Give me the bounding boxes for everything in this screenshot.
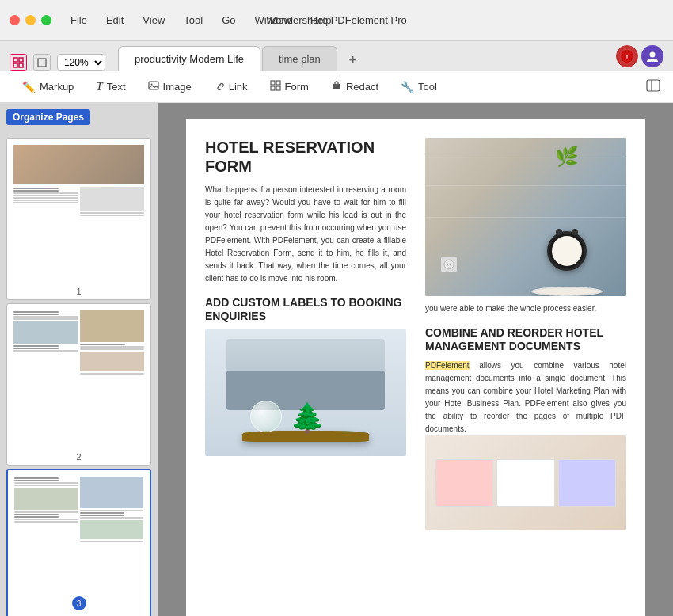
image-tool-button[interactable]: Image	[139, 75, 201, 99]
thumb-3-line10	[80, 510, 144, 511]
redact-tool-button[interactable]: Redact	[321, 75, 388, 99]
markup-label: Markup	[40, 81, 74, 93]
svg-rect-0	[13, 58, 17, 62]
single-page-view-button[interactable]	[33, 54, 51, 71]
pdf-content-area[interactable]: HOTEL RESERVATION FORM What happens if a…	[158, 103, 673, 616]
tab-productivity[interactable]: productivity Modern Life	[118, 46, 260, 71]
thumb-1-line6	[13, 200, 78, 201]
text-label: Text	[107, 81, 126, 93]
svg-text:!: !	[626, 53, 629, 61]
thumb-3-cols	[14, 477, 143, 543]
svg-point-18	[444, 260, 454, 269]
page-1-num: 1	[10, 287, 147, 296]
thumb-2-line1	[13, 311, 59, 313]
maximize-button[interactable]	[41, 15, 51, 25]
tab-timeplan-label: time plan	[279, 53, 321, 65]
menu-file[interactable]: File	[67, 13, 90, 28]
svg-rect-11	[271, 81, 275, 85]
organize-pages-label: Organize Pages	[6, 109, 90, 125]
grid-view-button[interactable]	[10, 54, 27, 71]
svg-point-19	[447, 264, 448, 265]
redact-icon	[331, 80, 342, 93]
thumb-3-col-left	[14, 477, 78, 543]
thumb-3-line3	[14, 482, 78, 484]
page-3-badge: 3	[72, 596, 86, 610]
close-button[interactable]	[10, 15, 20, 25]
thumb-3-line8	[14, 519, 78, 520]
thumb-2-content	[10, 307, 147, 450]
tab-timeplan[interactable]: time plan	[262, 46, 337, 71]
sidebar-toggle[interactable]	[646, 78, 660, 96]
thumb-3-line7	[14, 516, 59, 518]
redact-label: Redact	[346, 81, 378, 93]
menu-tool[interactable]: Tool	[181, 13, 206, 28]
menu-edit[interactable]: Edit	[103, 13, 127, 28]
tool-label: Tool	[418, 81, 437, 93]
thumb-1-line4	[13, 195, 78, 196]
svg-point-9	[150, 84, 152, 86]
form-label: Form	[285, 81, 309, 93]
svg-rect-12	[276, 81, 280, 85]
wall-area	[425, 138, 626, 257]
menu-view[interactable]: View	[139, 13, 168, 28]
page-thumb-2[interactable]: 2	[6, 303, 151, 466]
thumb-3-img1	[14, 488, 78, 510]
svg-rect-8	[149, 82, 158, 89]
form-tool-button[interactable]: Form	[260, 75, 318, 99]
markup-icon: ✏️	[22, 81, 36, 93]
wall-line3	[425, 217, 626, 218]
thumb-2-col-left	[13, 310, 78, 375]
pdf-heading-2: ADD CUSTOM LABELS TO BOOKING ENQUIRIES	[205, 296, 406, 323]
doc-pink	[435, 459, 494, 507]
link-tool-button[interactable]: Link	[204, 75, 257, 99]
page-thumb-2-wrapper: 2	[6, 303, 151, 466]
thumb-2-cols	[13, 310, 144, 375]
svg-rect-15	[333, 84, 340, 89]
bell-right	[572, 229, 578, 235]
tab-productivity-label: productivity Modern Life	[135, 53, 244, 65]
sofa-image: 🌲	[205, 329, 406, 456]
zoom-select[interactable]: 120% 100% 150%	[57, 54, 105, 71]
electrical-outlet	[441, 257, 457, 272]
pdf-page: HOTEL RESERVATION FORM What happens if a…	[186, 119, 645, 616]
tool-tool-button[interactable]: 🔧 Tool	[391, 75, 447, 99]
thumb-2-line7	[13, 350, 78, 352]
notification-badge[interactable]: !	[616, 45, 638, 67]
clock-body	[547, 231, 587, 271]
thumb-2-col-right	[80, 310, 145, 375]
markup-tool-button[interactable]: ✏️ Markup	[13, 75, 83, 99]
pdf-left-col: HOTEL RESERVATION FORM What happens if a…	[205, 138, 406, 616]
clock-face	[552, 236, 582, 266]
menu-go[interactable]: Go	[219, 13, 238, 28]
pdf-body-3: PDFelement allows you combine various ho…	[425, 359, 626, 435]
thumb-2-line9	[80, 346, 145, 348]
thumb-2-line3	[13, 316, 78, 318]
thumb-2-line10	[80, 348, 145, 350]
doc-white	[496, 459, 555, 507]
svg-rect-16	[647, 80, 660, 91]
wall-line1	[425, 154, 626, 154]
thumb-3-content	[11, 473, 146, 616]
minimize-button[interactable]	[25, 15, 36, 25]
svg-rect-4	[38, 59, 46, 67]
pdf-right-col: 🌿 you were able to make the whole proces…	[425, 138, 626, 616]
pinecone-wrapper: 🌲	[290, 404, 325, 432]
add-tab-button[interactable]: +	[342, 49, 364, 71]
thumb-2-line5	[13, 345, 59, 347]
pdf-heading-3: COMBINE AND REORDER HOTEL MANAGEMENT DOC…	[425, 326, 626, 353]
thumb-3-line13	[80, 517, 144, 519]
side-table	[531, 287, 603, 296]
text-tool-button[interactable]: T Text	[86, 75, 135, 99]
page-thumb-1[interactable]: 1	[6, 138, 151, 300]
pdf-heading-1: HOTEL RESERVATION FORM	[205, 138, 406, 176]
thumb-1-col-right	[80, 187, 145, 217]
image-icon	[148, 80, 159, 93]
pdf-body-1: What happens if a person interested in r…	[205, 184, 406, 285]
thumb-1-line3	[13, 192, 78, 194]
main-content: Organize Pages	[0, 103, 673, 616]
toolbar-actions: ✏️ Markup T Text Image Link Form	[0, 71, 673, 103]
thumb-1-cols	[13, 187, 144, 217]
page-thumb-3[interactable]: 3 3	[6, 469, 151, 616]
account-avatar[interactable]	[641, 45, 663, 67]
alarm-clock-wrapper	[547, 231, 587, 271]
